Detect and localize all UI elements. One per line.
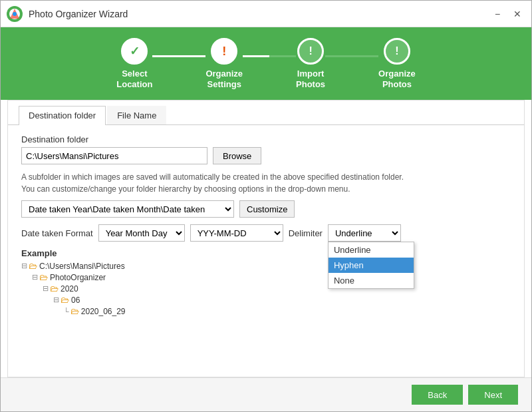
tab-file-name[interactable]: File Name — [107, 106, 166, 124]
tree-label-root: C:\Users\Mansi\Pictures — [39, 262, 125, 271]
destination-folder-label: Destination folder — [21, 134, 511, 144]
date-format-row: Date taken Format Year Month Day YYY-MM-… — [21, 224, 511, 242]
date-format-dropdown[interactable]: Year Month Day — [98, 224, 185, 242]
date-format-label: Date taken Format — [21, 228, 93, 238]
step-label-4: OrganizePhotos — [378, 69, 416, 89]
tree-label-06: 06 — [71, 296, 80, 305]
format-pattern-dropdown[interactable]: YYY-MM-DD — [190, 224, 283, 242]
wizard-step-import-photos: ! ImportPhotos — [296, 38, 325, 89]
customize-button[interactable]: Customize — [239, 200, 295, 218]
step-label-1: SelectLocation — [116, 69, 152, 89]
main-content: Destination folder File Name Destination… — [1, 100, 531, 411]
description-text: A subfolder in which images are saved wi… — [21, 171, 511, 195]
tree-item-2020: ⊟ 🗁 2020 — [21, 284, 511, 294]
folder-icon-2020: 🗁 — [50, 284, 59, 294]
delimiter-option-hyphen[interactable]: Hyphen — [329, 258, 414, 273]
window-controls: − ✕ — [489, 7, 526, 21]
folder-icon-date: 🗁 — [70, 306, 79, 316]
tab-destination-folder[interactable]: Destination folder — [19, 106, 106, 125]
footer: Back Next — [1, 377, 531, 411]
wizard-step-select-location: ✓ SelectLocation — [116, 38, 152, 89]
content-panel: Destination folder File Name Destination… — [7, 100, 525, 377]
tree-label-date: 2020_06_29 — [81, 307, 126, 316]
window: Photo Organizer Wizard − ✕ ✓ SelectLocat… — [0, 0, 532, 412]
wizard-step-organize-settings: ! OrganizeSettings — [205, 38, 243, 89]
tree-item-root: ⊟ 🗁 C:\Users\Mansi\Pictures — [21, 261, 511, 271]
folder-icon-root: 🗁 — [29, 261, 37, 271]
step-circle-2: ! — [211, 38, 237, 65]
tree-item-date: └ 🗁 2020_06_29 — [21, 306, 511, 316]
minimize-button[interactable]: − — [489, 7, 506, 21]
connector-1-2 — [152, 55, 205, 57]
back-button[interactable]: Back — [412, 385, 463, 405]
folder-icon-photoorganizer: 🗁 — [39, 272, 48, 282]
destination-folder-input[interactable] — [21, 147, 207, 164]
wizard-step-organize-photos: ! OrganizePhotos — [378, 38, 416, 89]
tree-label-2020: 2020 — [61, 284, 78, 294]
step-circle-1: ✓ — [121, 38, 148, 65]
tab-bar: Destination folder File Name — [8, 106, 524, 125]
delimiter-container: Underline Underline Hyphen None — [328, 224, 401, 242]
delimiter-label: Delimiter — [289, 228, 323, 238]
next-button[interactable]: Next — [468, 385, 518, 405]
hierarchy-row: Date taken Year\Date taken Month\Date ta… — [21, 200, 511, 218]
delimiter-option-none[interactable]: None — [329, 273, 414, 288]
connector-3-4 — [325, 55, 378, 57]
folder-icon-06: 🗁 — [61, 295, 69, 305]
wizard-steps: ✓ SelectLocation ! OrganizeSettings ! Im… — [116, 38, 415, 89]
delimiter-popup: Underline Hyphen None — [328, 242, 414, 289]
tree-label-photoorganizer: PhotoOrganizer — [50, 273, 106, 282]
app-icon — [6, 5, 23, 23]
destination-folder-row: Browse — [21, 147, 511, 164]
svg-point-3 — [13, 12, 17, 16]
tree-item-06: ⊟ 🗁 06 — [21, 295, 511, 305]
titlebar: Photo Organizer Wizard − ✕ — [1, 1, 531, 27]
tree-item-photoorganizer: ⊟ 🗁 PhotoOrganizer — [21, 272, 511, 282]
delimiter-dropdown[interactable]: Underline — [328, 224, 401, 242]
delimiter-option-underline[interactable]: Underline — [329, 242, 414, 258]
close-button[interactable]: ✕ — [509, 7, 526, 21]
step-label-2: OrganizeSettings — [205, 69, 243, 89]
step-circle-3: ! — [297, 38, 324, 65]
app-title: Photo Organizer Wizard — [29, 9, 489, 19]
wizard-header: ✓ SelectLocation ! OrganizeSettings ! Im… — [1, 27, 531, 100]
step-circle-4: ! — [384, 38, 410, 65]
hierarchy-dropdown[interactable]: Date taken Year\Date taken Month\Date ta… — [21, 200, 234, 218]
destination-folder-group: Destination folder Browse — [21, 134, 511, 164]
connector-2-3 — [243, 55, 296, 57]
form-area: Destination folder Browse A subfolder in… — [8, 125, 524, 377]
browse-button[interactable]: Browse — [213, 147, 261, 164]
example-label: Example — [21, 248, 511, 258]
example-section: Example ⊟ 🗁 C:\Users\Mansi\Pictures ⊟ 🗁 … — [21, 248, 511, 316]
step-label-3: ImportPhotos — [296, 69, 325, 89]
